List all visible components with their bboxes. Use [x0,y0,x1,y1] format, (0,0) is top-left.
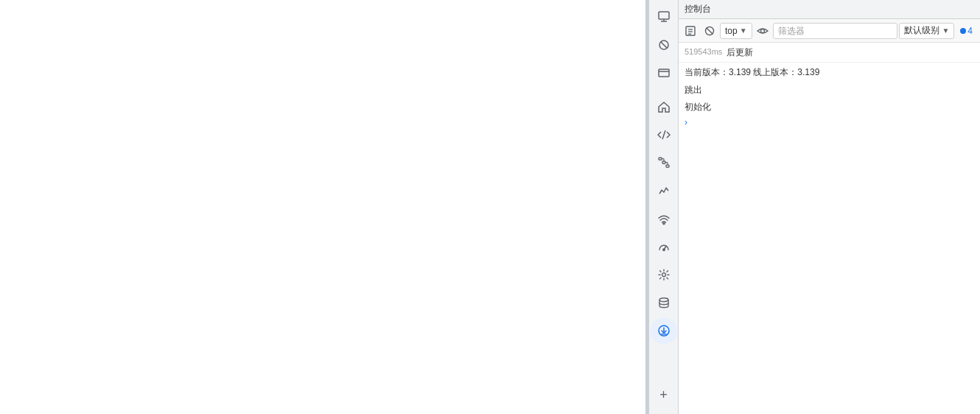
console-entry: 519543ms 后更新 [679,43,980,63]
gauge-icon[interactable] [651,234,677,260]
ban-button[interactable] [701,22,718,40]
svg-point-17 [662,249,664,250]
console-version-entry: 当前版本：3.139 线上版本：3.139 [679,63,980,82]
level-caret-icon: ▼ [942,27,949,35]
settings-icon[interactable] [651,262,677,288]
console-message: 后更新 [727,46,753,59]
arrow-icon: › [685,117,687,127]
level-selector[interactable]: 默认级别 ▼ [899,23,954,39]
context-selector[interactable]: top ▼ [720,23,752,39]
context-label: top [725,26,738,36]
svg-point-18 [662,273,665,277]
svg-point-15 [663,223,665,225]
svg-line-28 [707,27,713,34]
svg-rect-9 [662,161,665,164]
console-timestamp: 519543ms [685,46,722,58]
eye-button[interactable] [754,22,771,40]
code-icon[interactable] [651,122,677,148]
message-count-badge: 4 [956,26,977,36]
console-titlebar: 控制台 [679,0,980,19]
console-content: 519543ms 后更新 当前版本：3.139 线上版本：3.139 跳出 初始… [679,43,980,414]
console-init-text: 初始化 [685,102,711,112]
level-label: 默认级别 [904,24,939,37]
main-browser-content [0,0,645,414]
console-init-entry: 初始化 [679,99,980,116]
wifi-icon[interactable] [651,206,677,232]
console-main: 控制台 top [679,0,980,414]
svg-rect-8 [659,158,662,160]
home-icon[interactable] [651,94,677,120]
console-title: 控制台 [685,3,711,15]
console-toolbar: top ▼ 默认级别 ▼ 4 [679,19,980,43]
clear-console-button[interactable] [682,22,699,40]
svg-point-19 [659,298,668,302]
console-log-entry: 跳出 [679,82,980,99]
svg-point-29 [760,29,764,32]
inspect-icon[interactable] [651,4,677,30]
database-icon[interactable] [651,290,677,316]
add-panel-button[interactable]: + [651,382,677,408]
ban-icon[interactable] [651,32,677,58]
svg-line-4 [660,42,667,49]
context-caret-icon: ▼ [740,27,747,35]
network-icon[interactable] [651,150,677,176]
frame-icon[interactable] [651,60,677,86]
badge-number: 4 [967,26,973,36]
svg-rect-10 [666,165,669,167]
svg-rect-0 [659,12,669,19]
filter-input[interactable] [773,23,898,39]
console-log-text: 跳出 [685,85,702,95]
svg-rect-5 [659,69,669,77]
console-expand-arrow[interactable]: › [679,116,980,129]
badge-dot-icon [960,28,966,34]
download-icon[interactable] [651,317,677,344]
console-version-text: 当前版本：3.139 线上版本：3.139 [685,67,819,77]
devtools-panel: + 控制台 [648,0,980,414]
devtools-sidebar: + [649,0,679,414]
performance-icon[interactable] [651,178,677,204]
svg-line-7 [662,130,665,139]
